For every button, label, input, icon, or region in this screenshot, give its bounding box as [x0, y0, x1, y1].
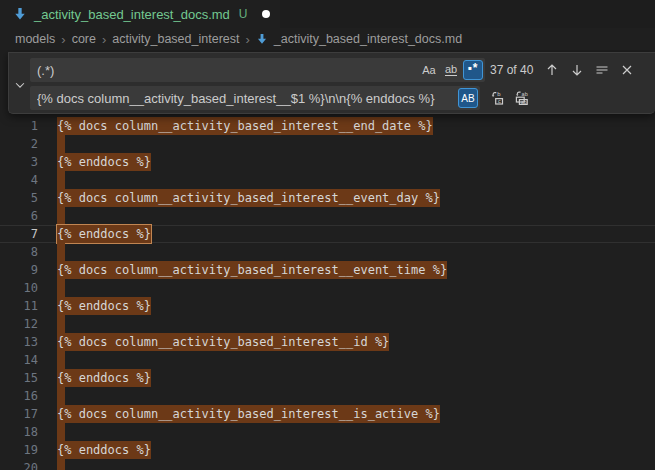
find-replace-widget: (.*) Aa ab ▪* 37 of 40 {% docs column — [8, 52, 655, 114]
find-input[interactable]: (.*) Aa ab ▪* — [30, 58, 485, 82]
line-number[interactable]: 7 — [0, 225, 38, 243]
replace-action-buttons: b c ab ab — [488, 86, 532, 110]
current-search-match: {% enddocs %} — [57, 225, 151, 243]
code-line[interactable]: 15{% enddocs %} — [0, 369, 655, 387]
search-match-highlight: {% enddocs %} — [57, 297, 151, 315]
git-status-badge: U — [239, 7, 248, 21]
toggle-replace-chevron-down-icon[interactable] — [10, 75, 29, 94]
line-number[interactable]: 20 — [0, 459, 38, 470]
line-number[interactable]: 17 — [0, 405, 38, 423]
line-text[interactable]: {% enddocs %} — [57, 369, 151, 387]
line-number[interactable]: 15 — [0, 369, 38, 387]
line-number[interactable]: 14 — [0, 351, 38, 369]
svg-text:b: b — [497, 91, 501, 97]
line-text[interactable] — [57, 459, 65, 470]
line-number[interactable]: 10 — [0, 279, 38, 297]
editor-pane[interactable]: 1{% docs column__activity_based_interest… — [0, 50, 655, 470]
code-line[interactable]: 6 — [0, 207, 655, 225]
code-line[interactable]: 8 — [0, 243, 655, 261]
close-find-widget-button[interactable] — [617, 60, 637, 80]
code-line[interactable]: 2 — [0, 135, 655, 153]
breadcrumb-item-file[interactable]: _activity_based_interest_docs.md — [274, 32, 462, 46]
svg-text:c: c — [498, 98, 501, 104]
whole-word-toggle[interactable]: ab — [441, 60, 461, 80]
line-text[interactable]: {% enddocs %} — [57, 225, 151, 243]
line-number[interactable]: 12 — [0, 315, 38, 333]
code-line[interactable]: 19{% enddocs %} — [0, 441, 655, 459]
search-match-highlight — [57, 243, 65, 261]
markdown-file-icon — [13, 7, 27, 21]
regex-toggle[interactable]: ▪* — [463, 60, 483, 80]
line-number[interactable]: 2 — [0, 135, 38, 153]
breadcrumb-separator: › — [61, 32, 65, 47]
code-line[interactable]: 5{% docs column__activity_based_interest… — [0, 189, 655, 207]
preserve-case-toggle[interactable]: AB — [458, 88, 478, 108]
line-number[interactable]: 9 — [0, 261, 38, 279]
code-line[interactable]: 4 — [0, 171, 655, 189]
code-line[interactable]: 17{% docs column__activity_based_interes… — [0, 405, 655, 423]
line-number[interactable]: 6 — [0, 207, 38, 225]
search-match-highlight — [57, 387, 65, 405]
code-line[interactable]: 11{% enddocs %} — [0, 297, 655, 315]
code-line[interactable]: 1{% docs column__activity_based_interest… — [0, 117, 655, 135]
line-number[interactable]: 16 — [0, 387, 38, 405]
line-text[interactable]: {% docs column__activity_based_interest_… — [57, 405, 440, 423]
line-number[interactable]: 18 — [0, 423, 38, 441]
breadcrumb-item-core[interactable]: core — [72, 32, 96, 46]
code-line[interactable]: 9{% docs column__activity_based_interest… — [0, 261, 655, 279]
search-match-highlight — [57, 459, 65, 470]
line-number[interactable]: 11 — [0, 297, 38, 315]
line-text[interactable]: {% docs column__activity_based_interest_… — [57, 189, 440, 207]
replace-button[interactable]: b c — [488, 88, 508, 108]
search-match-highlight — [57, 351, 65, 369]
line-number[interactable]: 3 — [0, 153, 38, 171]
breadcrumb-item-activity-based-interest[interactable]: activity_based_interest — [112, 32, 239, 46]
code-line[interactable]: 16 — [0, 387, 655, 405]
code-line[interactable]: 3{% enddocs %} — [0, 153, 655, 171]
next-match-button[interactable] — [567, 60, 587, 80]
code-line[interactable]: 20 — [0, 459, 655, 470]
search-match-highlight: {% enddocs %} — [57, 369, 151, 387]
line-text[interactable]: {% docs column__activity_based_interest_… — [57, 333, 389, 351]
search-match-highlight — [57, 279, 65, 297]
line-text[interactable]: {% docs column__activity_based_interest_… — [57, 261, 447, 279]
search-match-highlight: {% docs column__activity_based_interest_… — [57, 189, 440, 207]
whole-word-label: ab — [445, 64, 457, 76]
match-case-toggle[interactable]: Aa — [419, 60, 439, 80]
code-line[interactable]: 14 — [0, 351, 655, 369]
search-match-highlight: {% docs column__activity_based_interest_… — [57, 405, 440, 423]
search-match-highlight: {% docs column__activity_based_interest_… — [57, 261, 447, 279]
line-text[interactable]: {% docs column__activity_based_interest_… — [57, 117, 433, 135]
code-line[interactable]: 12 — [0, 315, 655, 333]
replace-input[interactable]: {% docs column__activity_based_interest_… — [30, 86, 480, 110]
replace-options: AB — [458, 88, 478, 108]
editor-tab[interactable]: _activity_based_interest_docs.md U — [0, 0, 280, 28]
code-line[interactable]: 18 — [0, 423, 655, 441]
replace-input-value: {% docs column__activity_based_interest_… — [37, 91, 458, 106]
unsaved-changes-dot-icon[interactable] — [262, 10, 270, 18]
code-line[interactable]: 10 — [0, 279, 655, 297]
line-number[interactable]: 8 — [0, 243, 38, 261]
line-number[interactable]: 19 — [0, 441, 38, 459]
search-match-highlight: {% enddocs %} — [57, 153, 151, 171]
find-results-count: 37 of 40 — [490, 58, 533, 82]
find-in-selection-button[interactable] — [592, 60, 612, 80]
code-line[interactable]: 7{% enddocs %} — [0, 225, 655, 243]
line-text[interactable]: {% enddocs %} — [57, 441, 151, 459]
breadcrumb: models › core › activity_based_interest … — [0, 28, 655, 50]
line-number[interactable]: 4 — [0, 171, 38, 189]
code-line[interactable]: 13{% docs column__activity_based_interes… — [0, 333, 655, 351]
svg-text:ab: ab — [521, 99, 527, 105]
search-match-highlight — [57, 135, 65, 153]
search-match-highlight — [57, 207, 65, 225]
line-number[interactable]: 13 — [0, 333, 38, 351]
breadcrumb-item-models[interactable]: models — [15, 32, 55, 46]
line-text[interactable]: {% enddocs %} — [57, 297, 151, 315]
tab-bar: _activity_based_interest_docs.md U — [0, 0, 655, 28]
previous-match-button[interactable] — [542, 60, 562, 80]
replace-all-button[interactable]: ab ab — [512, 88, 532, 108]
line-text[interactable]: {% enddocs %} — [57, 153, 151, 171]
breadcrumb-separator: › — [245, 32, 249, 47]
line-number[interactable]: 1 — [0, 117, 38, 135]
line-number[interactable]: 5 — [0, 189, 38, 207]
